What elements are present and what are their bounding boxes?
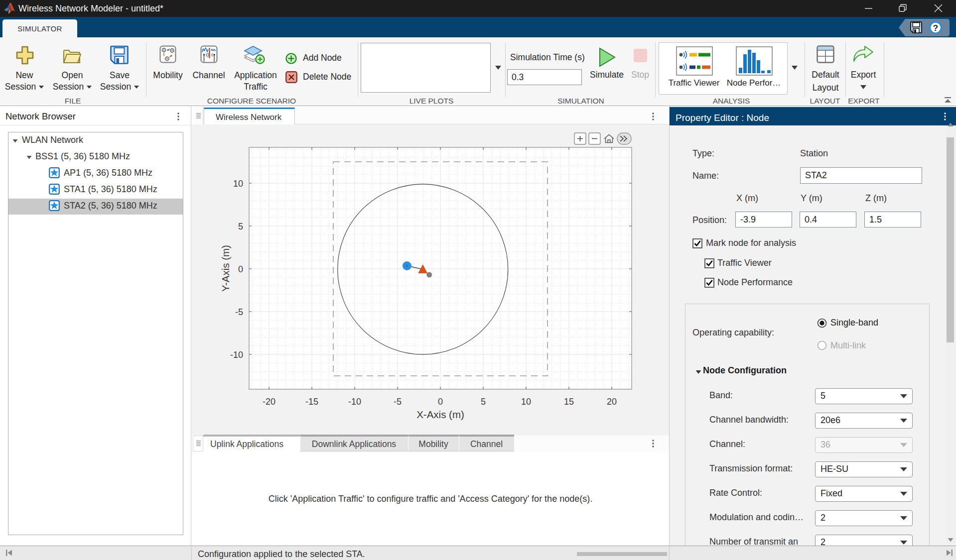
svg-text:-5: -5 xyxy=(235,307,243,317)
svg-text:20: 20 xyxy=(607,397,617,407)
svg-text:-5: -5 xyxy=(394,397,402,407)
svg-text:-20: -20 xyxy=(263,397,275,407)
svg-text:-15: -15 xyxy=(305,397,318,407)
svg-text:?: ? xyxy=(933,23,938,33)
svg-text:15: 15 xyxy=(564,397,574,407)
svg-text:-10: -10 xyxy=(348,397,361,407)
svg-text:10: 10 xyxy=(521,397,531,407)
svg-text:X-Axis (m): X-Axis (m) xyxy=(416,409,464,420)
svg-text:5: 5 xyxy=(481,397,486,407)
svg-text:-10: -10 xyxy=(230,350,243,360)
svg-text:0: 0 xyxy=(238,264,243,274)
svg-text:5: 5 xyxy=(238,222,243,231)
svg-text:10: 10 xyxy=(233,179,243,189)
svg-text:0: 0 xyxy=(438,397,443,407)
svg-text:Y-Axis (m): Y-Axis (m) xyxy=(220,245,231,292)
